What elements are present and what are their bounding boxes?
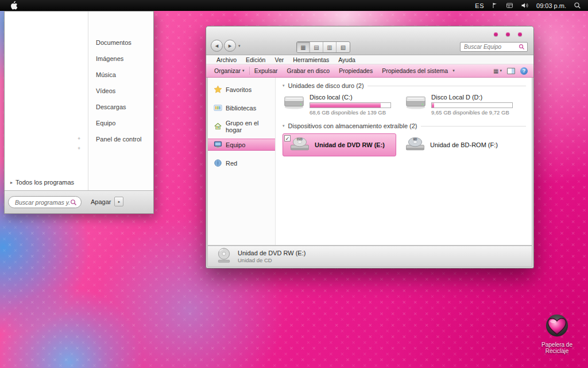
navigation-pane: Favoritos Bibliotecas Grupo en el hogar bbox=[208, 78, 276, 245]
scroll-up-decoration: + bbox=[78, 136, 80, 141]
burn-to-disc-button[interactable]: Grabar en disco bbox=[282, 67, 334, 74]
start-menu-footer: Apagar ▸ bbox=[5, 190, 153, 213]
start-item-documentos[interactable]: Documentos bbox=[89, 34, 153, 51]
start-item-descargas[interactable]: Descargas bbox=[89, 99, 153, 115]
system-properties-button[interactable]: Propiedades del sistema bbox=[377, 67, 452, 74]
nav-label: Equipo bbox=[226, 141, 245, 148]
nav-grupo-en-el-hogar[interactable]: Grupo en el hogar bbox=[208, 120, 275, 132]
dvd-drive-item-selected[interactable]: ✓ DVD Unidad de DVD RW (E:) bbox=[283, 133, 396, 156]
svg-text:DVD: DVD bbox=[297, 137, 303, 140]
recent-pages-dropdown-icon[interactable]: ▾ bbox=[238, 44, 241, 48]
nav-label: Favoritos bbox=[226, 86, 252, 93]
group-divider bbox=[421, 126, 526, 126]
start-menu-links: Documentos Imágenes Música Vídeos Descar… bbox=[89, 12, 153, 190]
network-icon bbox=[214, 159, 222, 167]
drive-name: Disco local (C:) bbox=[310, 94, 391, 101]
properties-button[interactable]: Propiedades bbox=[334, 67, 377, 74]
start-item-videos[interactable]: Vídeos bbox=[89, 83, 153, 99]
recycle-bin-label: Papelera de Reciclaje bbox=[534, 342, 580, 354]
language-indicator[interactable]: ES bbox=[475, 2, 484, 9]
dropdown-caret-icon: ▾ bbox=[242, 68, 245, 73]
view-switcher: ▦ ▤ ▥ ▧ bbox=[296, 41, 350, 53]
drive-c-item[interactable]: Disco local (C:) 68,6 GB disponibles de … bbox=[283, 93, 404, 116]
nav-red[interactable]: Red bbox=[208, 157, 275, 169]
back-button[interactable]: ◂ bbox=[211, 40, 223, 52]
group-header-hard-drives[interactable]: ▾ Unidades de disco duro (2) bbox=[283, 82, 526, 89]
capacity-bar-fill bbox=[310, 103, 381, 108]
start-item-imagenes[interactable]: Imágenes bbox=[89, 51, 153, 67]
shutdown-label: Apagar bbox=[91, 198, 111, 205]
nav-favoritos[interactable]: Favoritos bbox=[208, 83, 275, 95]
view-list-button[interactable]: ▤ bbox=[310, 42, 323, 52]
capacity-bar-fill bbox=[432, 103, 434, 108]
top-menubar: ES 09:03 p.m. bbox=[0, 0, 588, 11]
start-search-box[interactable] bbox=[8, 196, 82, 208]
eject-button[interactable]: Expulsar bbox=[250, 67, 283, 74]
menu-ver[interactable]: Ver bbox=[270, 56, 288, 63]
apple-menu-icon[interactable] bbox=[10, 1, 18, 10]
menu-ayuda[interactable]: Ayuda bbox=[334, 56, 360, 63]
start-search-input[interactable] bbox=[15, 199, 70, 206]
hdd-icon bbox=[283, 93, 305, 116]
group-divider bbox=[368, 86, 526, 86]
forward-button[interactable]: ▸ bbox=[224, 40, 236, 52]
explorer-search-input[interactable] bbox=[464, 44, 519, 50]
nav-equipo[interactable]: Equipo bbox=[208, 139, 275, 151]
toolbar-overflow-caret-icon[interactable]: ▾ bbox=[452, 68, 455, 73]
details-subtitle: Unidad de CD bbox=[238, 257, 305, 263]
dropdown-caret-icon: ▾ bbox=[500, 68, 502, 73]
desktop: ××××××××××××××××××××××××××××××××××××××××… bbox=[0, 0, 588, 368]
minimize-button[interactable] bbox=[494, 32, 498, 36]
change-view-button[interactable]: ▦ ▾ bbox=[493, 68, 502, 74]
view-large-icons-button[interactable]: ▦ bbox=[297, 42, 310, 52]
nav-label: Red bbox=[226, 160, 237, 167]
view-tiles-button[interactable]: ▧ bbox=[336, 42, 350, 52]
drive-free-space: 9,65 GB disponibles de 9,72 GB bbox=[431, 109, 513, 116]
flag-icon[interactable] bbox=[492, 2, 498, 9]
nav-bibliotecas[interactable]: Bibliotecas bbox=[208, 102, 275, 114]
system-properties-label: Propiedades del sistema bbox=[382, 67, 448, 74]
scroll-down-decoration: + bbox=[78, 145, 80, 151]
bd-drive-item[interactable]: BD Unidad de BD-ROM (F:) bbox=[404, 133, 526, 156]
start-item-musica[interactable]: Música bbox=[89, 67, 153, 83]
start-menu-programs-pane: + + ▸ Todos los programas bbox=[5, 12, 88, 190]
start-menu: + + ▸ Todos los programas Documentos Imá… bbox=[4, 11, 154, 214]
library-icon bbox=[214, 103, 222, 112]
view-details-button[interactable]: ▥ bbox=[323, 42, 336, 52]
drive-name: Disco Local D (D:) bbox=[431, 94, 513, 101]
all-programs-button[interactable]: ▸ Todos los programas bbox=[10, 179, 74, 186]
help-button[interactable]: ? bbox=[520, 67, 528, 75]
details-title: Unidad de DVD RW (E:) bbox=[238, 250, 305, 257]
close-button[interactable] bbox=[518, 32, 522, 36]
start-item-equipo[interactable]: Equipo bbox=[89, 115, 153, 131]
group-header-removable[interactable]: ▾ Dispositivos con almacenamiento extraí… bbox=[283, 122, 526, 129]
titlebar[interactable]: ◂ ▸ ▾ ▦ ▤ ▥ ▧ bbox=[206, 26, 533, 55]
input-menu-icon[interactable] bbox=[506, 2, 513, 9]
menu-bar: Archivo Edición Ver Herramientas Ayuda bbox=[206, 55, 533, 64]
explorer-search-box[interactable] bbox=[460, 42, 528, 52]
menu-archivo[interactable]: Archivo bbox=[212, 56, 241, 63]
menu-herramientas[interactable]: Herramientas bbox=[288, 56, 334, 63]
start-item-panel-de-control[interactable]: Panel de control bbox=[89, 131, 153, 147]
clock[interactable]: 09:03 p.m. bbox=[536, 2, 566, 9]
view-glyph: ▦ bbox=[493, 68, 498, 74]
star-icon bbox=[214, 85, 222, 94]
organize-label: Organizar bbox=[214, 67, 241, 74]
volume-icon[interactable] bbox=[521, 2, 529, 9]
shutdown-button[interactable]: Apagar ▸ bbox=[91, 197, 123, 206]
maximize-button[interactable] bbox=[506, 32, 510, 36]
organize-button[interactable]: Organizar ▾ bbox=[210, 67, 249, 74]
submenu-arrow-icon: ▸ bbox=[10, 180, 13, 185]
preview-pane-button[interactable] bbox=[507, 68, 515, 74]
shutdown-options-arrow-icon[interactable]: ▸ bbox=[114, 197, 123, 206]
hdd-icon bbox=[404, 93, 427, 116]
recycle-bin[interactable]: Papelera de Reciclaje bbox=[534, 313, 580, 354]
capacity-bar bbox=[310, 102, 391, 108]
spotlight-search-icon[interactable] bbox=[574, 2, 581, 9]
nav-label: Grupo en el hogar bbox=[226, 120, 275, 133]
explorer-window: ◂ ▸ ▾ ▦ ▤ ▥ ▧ Archivo Edición Ver Herram… bbox=[206, 26, 534, 269]
item-checkbox[interactable]: ✓ bbox=[284, 135, 291, 141]
menu-edicion[interactable]: Edición bbox=[241, 56, 270, 63]
drive-d-item[interactable]: Disco Local D (D:) 9,65 GB disponibles d… bbox=[404, 93, 526, 116]
dvd-drive-icon: DVD bbox=[289, 135, 311, 155]
